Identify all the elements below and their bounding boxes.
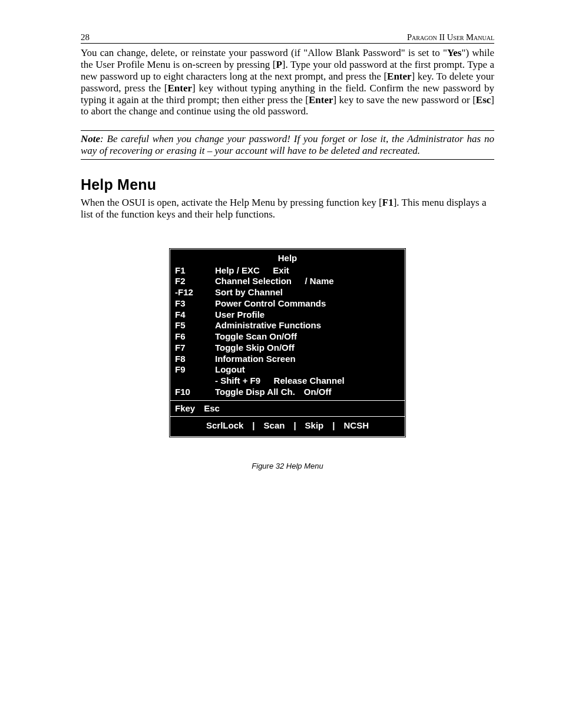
osui-desc: Help / EXC Exit [210, 265, 405, 276]
password-paragraph: You can change, delete, or reinstate you… [81, 47, 494, 117]
osui-key: F1 [170, 265, 210, 276]
osui-row: F6Toggle Scan On/Off [170, 331, 405, 342]
section-heading: Help Menu [81, 176, 494, 193]
bold-esc-key: Esc [476, 94, 491, 106]
bold-yes: Yes [447, 47, 462, 58]
osui-row: F3Power Control Commands [170, 298, 405, 309]
osui-desc: Toggle Skip On/Off [210, 342, 405, 354]
osui-row: F10Toggle Disp All Ch. On/Off [170, 387, 405, 398]
text: ] key to save the new password or [ [333, 94, 475, 106]
osui-key: F4 [170, 309, 210, 321]
doc-title: Paragon II User Manual [407, 32, 494, 42]
help-menu-screenshot: Help F1Help / EXC Exit F2Channel Selecti… [170, 249, 405, 437]
osui-panel: Help F1Help / EXC Exit F2Channel Selecti… [170, 249, 405, 437]
figure-caption: Figure 32 Help Menu [81, 462, 494, 470]
osui-key [170, 375, 210, 387]
text: You can change, delete, or reinstate you… [81, 47, 447, 58]
osui-desc: Sort by Channel [210, 287, 405, 298]
bold-f1-key: F1 [382, 197, 394, 208]
osui-row: F9Logout [170, 364, 405, 375]
help-paragraph: When the OSUI is open, activate the Help… [81, 197, 494, 220]
osui-key: F10 [170, 387, 210, 398]
osui-row: F4User Profile [170, 309, 405, 321]
osui-fkey-row: Fkey Esc [170, 400, 405, 417]
osui-row: F2Channel Selection / Name [170, 276, 405, 287]
osui-desc: Information Screen [210, 354, 405, 365]
osui-rows: F1Help / EXC Exit F2Channel Selection / … [170, 265, 405, 400]
osui-key: F9 [170, 364, 210, 375]
page-number: 28 [81, 32, 90, 42]
osui-key: F2 [170, 276, 210, 287]
osui-key: F6 [170, 331, 210, 342]
bold-enter-key: Enter [167, 83, 192, 94]
osui-desc: Administrative Functions [210, 320, 405, 331]
page: 28 Paragon II User Manual You can change… [0, 0, 562, 728]
osui-row: - Shift + F9 Release Channel [170, 375, 405, 387]
osui-row: F8Information Screen [170, 354, 405, 365]
osui-desc: Power Control Commands [210, 298, 405, 309]
osui-row: F5Administrative Functions [170, 320, 405, 331]
osui-desc: Toggle Disp All Ch. On/Off [210, 387, 405, 398]
osui-desc: - Shift + F9 Release Channel [210, 375, 405, 387]
osui-desc: Channel Selection / Name [210, 276, 405, 287]
osui-row: -F12Sort by Channel [170, 287, 405, 298]
osui-key: F5 [170, 320, 210, 331]
osui-desc: Logout [210, 364, 405, 375]
osui-key: -F12 [170, 287, 210, 298]
osui-key: F8 [170, 354, 210, 365]
osui-key: F3 [170, 298, 210, 309]
osui-row: F1Help / EXC Exit [170, 265, 405, 276]
page-header: 28 Paragon II User Manual [81, 32, 494, 44]
note-block: Note: Be careful when you change your pa… [81, 130, 494, 160]
osui-desc: Toggle Scan On/Off [210, 331, 405, 342]
bold-enter-key: Enter [309, 94, 333, 106]
osui-status-row: ScrlLock | Scan | Skip | NCSH [170, 417, 405, 436]
bold-enter-key: Enter [387, 71, 412, 82]
osui-desc: User Profile [210, 309, 405, 321]
osui-key: F7 [170, 342, 210, 354]
note-text: : Be careful when you change your passwo… [81, 133, 494, 156]
bold-p-key: P [276, 59, 282, 70]
text: When the OSUI is open, activate the Help… [81, 197, 382, 208]
osui-title: Help [170, 249, 405, 265]
note-label: Note [81, 133, 100, 144]
osui-row: F7Toggle Skip On/Off [170, 342, 405, 354]
